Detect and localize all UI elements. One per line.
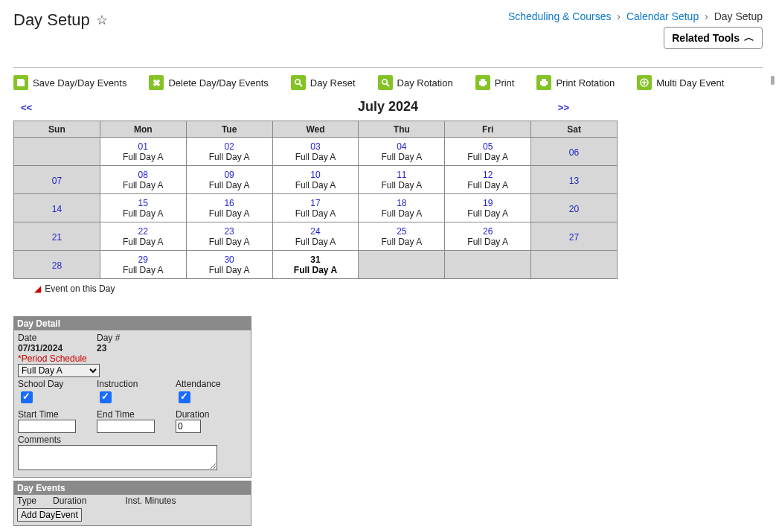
calendar-day-cell[interactable]: 04Full Day A bbox=[359, 138, 445, 166]
calendar-day-cell[interactable]: 28 bbox=[14, 251, 100, 279]
chevron-right-icon: › bbox=[702, 10, 711, 22]
day-number: 19 bbox=[445, 196, 530, 208]
print-icon bbox=[475, 75, 490, 90]
calendar-day-cell[interactable]: 01Full Day A bbox=[100, 138, 186, 166]
calendar-day-cell[interactable]: 17Full Day A bbox=[272, 194, 359, 222]
day-rotation-button[interactable]: Day Rotation bbox=[378, 75, 453, 90]
toolbar-label: Multi Day Event bbox=[656, 77, 724, 89]
attendance-checkbox[interactable] bbox=[179, 391, 190, 403]
legend-text: Event on this Day bbox=[45, 283, 115, 294]
breadcrumb-scheduling[interactable]: Scheduling & Courses bbox=[508, 10, 612, 22]
day-number: 07 bbox=[14, 174, 100, 186]
end-time-input[interactable] bbox=[97, 420, 155, 433]
school-day-checkbox[interactable] bbox=[21, 391, 33, 403]
day-number: 12 bbox=[445, 168, 530, 180]
weekday-header: Thu bbox=[359, 121, 445, 138]
favorite-star-icon[interactable]: ☆ bbox=[96, 12, 108, 28]
prev-month-button[interactable]: << bbox=[21, 101, 32, 112]
calendar-day-cell[interactable]: 14 bbox=[14, 194, 100, 222]
multi-day-event-button[interactable]: Multi Day Event bbox=[637, 75, 724, 90]
start-time-label: Start Time bbox=[18, 409, 89, 420]
day-number: 18 bbox=[359, 196, 444, 208]
calendar-day-cell[interactable]: 15Full Day A bbox=[100, 194, 186, 222]
day-number: 05 bbox=[445, 140, 530, 152]
calendar-day-cell[interactable]: 30Full Day A bbox=[186, 251, 272, 279]
calendar-day-cell[interactable]: 24Full Day A bbox=[272, 222, 359, 251]
day-number: 17 bbox=[273, 196, 359, 208]
calendar-day-cell[interactable]: 08Full Day A bbox=[100, 166, 186, 194]
calendar-day-cell[interactable]: 26Full Day A bbox=[445, 222, 531, 251]
svg-point-0 bbox=[295, 80, 300, 84]
instruction-label: Instruction bbox=[97, 379, 168, 389]
calendar-day-cell[interactable]: 18Full Day A bbox=[359, 194, 445, 222]
calendar-day-cell bbox=[14, 138, 100, 166]
calendar-day-cell[interactable]: 19Full Day A bbox=[445, 194, 531, 222]
next-month-button[interactable]: >> bbox=[558, 101, 569, 112]
day-schedule-label: Full Day A bbox=[100, 152, 186, 164]
day-reset-button[interactable]: Day Reset bbox=[291, 75, 356, 90]
scrollbar-hint[interactable] bbox=[771, 76, 775, 85]
weekday-header: Mon bbox=[100, 121, 186, 138]
col-type: Type bbox=[17, 496, 36, 506]
day-schedule-label: Full Day A bbox=[273, 180, 359, 192]
day-schedule-label: Full Day A bbox=[100, 265, 186, 277]
date-value: 07/31/2024 bbox=[18, 343, 89, 353]
calendar-day-cell[interactable]: 05Full Day A bbox=[445, 138, 531, 166]
calendar-day-cell[interactable]: 11Full Day A bbox=[359, 166, 445, 194]
calendar-day-cell[interactable]: 25Full Day A bbox=[359, 222, 445, 251]
magnify-icon bbox=[378, 75, 393, 90]
calendar-day-cell[interactable]: 10Full Day A bbox=[272, 166, 359, 194]
day-number: 27 bbox=[531, 231, 617, 243]
day-number: 29 bbox=[100, 253, 186, 265]
calendar-day-cell[interactable]: 06 bbox=[531, 138, 618, 166]
breadcrumb: Scheduling & Courses › Calendar Setup › … bbox=[508, 10, 763, 22]
events-columns: Type Duration Inst. Minutes bbox=[14, 495, 251, 507]
weekday-header: Wed bbox=[272, 121, 359, 138]
period-schedule-select[interactable]: Full Day A bbox=[18, 364, 100, 377]
calendar-day-cell[interactable]: 29Full Day A bbox=[100, 251, 186, 279]
svg-line-3 bbox=[386, 84, 389, 87]
day-schedule-label: Full Day A bbox=[445, 180, 530, 192]
calendar-day-cell[interactable]: 21 bbox=[14, 222, 100, 251]
period-schedule-label: *Period Schedule bbox=[18, 353, 247, 364]
toolbar-label: Save Day/Day Events bbox=[33, 77, 126, 89]
comments-textarea[interactable] bbox=[18, 445, 217, 470]
chevron-up-icon: ︿ bbox=[744, 31, 754, 45]
day-number: 15 bbox=[100, 196, 186, 208]
save-button[interactable]: Save Day/Day Events bbox=[13, 75, 126, 90]
calendar-day-cell[interactable]: 31Full Day A bbox=[272, 251, 359, 279]
calendar-day-cell[interactable]: 23Full Day A bbox=[186, 222, 272, 251]
print-rotation-button[interactable]: Print Rotation bbox=[536, 75, 615, 90]
delete-button[interactable]: ✖ Delete Day/Day Events bbox=[149, 75, 268, 90]
calendar-day-cell[interactable]: 12Full Day A bbox=[445, 166, 531, 194]
start-time-input[interactable] bbox=[18, 420, 76, 433]
calendar-day-cell[interactable]: 13 bbox=[531, 166, 618, 194]
day-schedule-label: Full Day A bbox=[359, 152, 444, 164]
day-number: 01 bbox=[100, 140, 186, 152]
calendar-day-cell[interactable]: 07 bbox=[14, 166, 100, 194]
daynum-label: Day # bbox=[97, 333, 168, 343]
calendar-day-cell[interactable]: 20 bbox=[531, 194, 618, 222]
calendar-day-cell[interactable]: 02Full Day A bbox=[186, 138, 272, 166]
toolbar-label: Day Reset bbox=[310, 77, 356, 89]
calendar-day-cell[interactable]: 22Full Day A bbox=[100, 222, 186, 251]
col-inst-minutes: Inst. Minutes bbox=[125, 496, 176, 506]
day-number: 16 bbox=[187, 196, 272, 208]
related-tools-button[interactable]: Related Tools ︿ bbox=[664, 27, 763, 49]
print-button[interactable]: Print bbox=[475, 75, 515, 90]
day-number: 21 bbox=[14, 231, 100, 243]
day-schedule-label: Full Day A bbox=[187, 237, 272, 249]
calendar-day-cell[interactable]: 03Full Day A bbox=[272, 138, 359, 166]
calendar-day-cell[interactable]: 16Full Day A bbox=[186, 194, 272, 222]
day-number: 10 bbox=[273, 168, 359, 180]
calendar-day-cell[interactable]: 09Full Day A bbox=[186, 166, 272, 194]
add-day-event-button[interactable]: Add DayEvent bbox=[17, 508, 82, 522]
day-number: 04 bbox=[359, 140, 444, 152]
breadcrumb-calendar-setup[interactable]: Calendar Setup bbox=[626, 10, 699, 22]
calendar-day-cell[interactable]: 27 bbox=[531, 222, 618, 251]
instruction-checkbox[interactable] bbox=[100, 391, 112, 403]
weekday-header: Fri bbox=[445, 121, 531, 138]
duration-input[interactable] bbox=[176, 420, 201, 433]
day-schedule-label: Full Day A bbox=[273, 265, 359, 277]
day-schedule-label: Full Day A bbox=[359, 180, 444, 192]
